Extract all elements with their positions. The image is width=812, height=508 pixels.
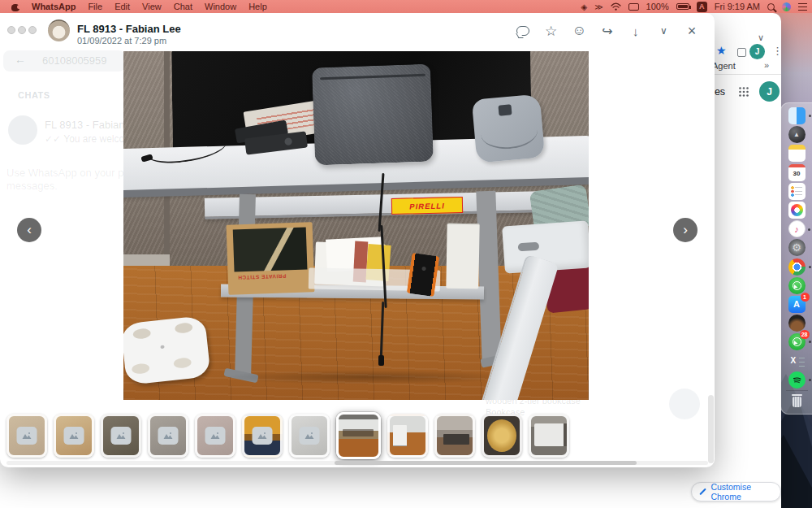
cardboard-box: PRIVATE STITCH [227, 222, 315, 295]
thumbnail-placeholder[interactable] [54, 414, 94, 458]
spotify-waves-icon [792, 375, 802, 385]
dock-trash-icon[interactable] [788, 393, 806, 410]
forward-icon[interactable]: ↪ [599, 24, 615, 39]
google-account-avatar[interactable]: J [759, 81, 780, 102]
box-brand-text: PRIVATE STITCH [238, 273, 287, 280]
thumbnail-scrollbar-thumb[interactable] [335, 461, 637, 465]
dock-excel-icon[interactable]: X [788, 352, 806, 369]
emoji-icon[interactable]: ☺ [571, 23, 587, 39]
white-carton [446, 224, 479, 289]
dock-chrome-icon[interactable] [788, 258, 806, 276]
background-chat-name: FL 8913 - Fabian L [45, 119, 133, 131]
thumbnail-strip [6, 411, 569, 460]
thumbnail-placeholder[interactable] [148, 414, 188, 458]
siri-icon[interactable] [782, 2, 791, 11]
menu-chat[interactable]: Chat [174, 2, 192, 11]
thumbnail-photo-desk-drawers[interactable] [387, 414, 428, 458]
bookmark-star-icon[interactable]: ★ [716, 44, 727, 57]
dock-whatsapp-chats-icon[interactable]: 28 [788, 333, 806, 350]
browser-menu-icon[interactable]: ⋮ [772, 45, 783, 57]
dock-finder-icon[interactable] [788, 107, 806, 124]
dock-spotify-icon[interactable] [788, 371, 806, 389]
wifi-icon[interactable] [611, 2, 621, 11]
dock-photos-icon[interactable] [788, 202, 806, 219]
thumbnail-photo-desk-shelf-selected[interactable] [336, 412, 381, 459]
thumbnail-photo-dining-area[interactable] [434, 414, 475, 458]
scale-pad [132, 328, 151, 340]
dropbox-icon[interactable]: ◈ [581, 2, 587, 11]
scale-center-dot [160, 345, 164, 350]
window-close-button[interactable] [7, 26, 15, 34]
spotlight-search-icon[interactable] [767, 3, 775, 11]
dock-calendar-icon[interactable]: 30 [788, 164, 806, 181]
menubar-app-name[interactable]: WhatsApp [32, 2, 76, 11]
google-apps-grid-icon[interactable] [738, 86, 749, 98]
menu-file[interactable]: File [88, 2, 102, 11]
floor-shadow [221, 370, 513, 384]
menubar-clock[interactable]: Fri 9:19 AM [715, 2, 760, 11]
menu-view[interactable]: View [142, 2, 162, 11]
dock-notes-icon[interactable] [788, 145, 806, 162]
menubar: WhatsApp File Edit View Chat Window Help… [0, 0, 812, 13]
chair-handle-slot [518, 242, 540, 252]
body-scale [123, 315, 211, 385]
rocket-icon: ▲ [793, 131, 800, 138]
bookmark-item-agent[interactable]: Agent [712, 61, 736, 71]
window-zoom-button[interactable] [28, 26, 37, 34]
calendar-day-label: 30 [793, 170, 801, 177]
chevron-down-icon[interactable]: ∨ [655, 25, 672, 37]
photos-flower-icon [791, 204, 803, 216]
screen-mirroring-icon[interactable] [628, 3, 639, 11]
dock-appstore-icon[interactable]: A1 [788, 296, 806, 313]
dock-music-icon[interactable]: ♪ [788, 220, 806, 237]
close-icon[interactable]: × [684, 23, 700, 40]
dock-system-settings-icon[interactable]: ⚙ [788, 239, 806, 256]
thumbnail-placeholder[interactable] [6, 414, 47, 458]
previous-photo-button[interactable]: ‹ [17, 218, 41, 242]
menu-edit[interactable]: Edit [114, 2, 130, 11]
whatsapp-bubble-icon [793, 281, 801, 290]
sender-avatar[interactable] [48, 20, 70, 41]
dock-reminders-icon[interactable] [788, 183, 806, 200]
tab-group-icon[interactable] [737, 48, 746, 57]
background-chats-label: CHATS [18, 90, 50, 100]
desktop: ∨ ★ J ⋮ Agent » ages J Customise Chrome … [0, 0, 812, 508]
thumbnail-placeholder[interactable] [195, 414, 235, 458]
viewer-sender-name: FL 8913 - Fabian Lee [77, 23, 181, 35]
star-icon[interactable]: ☆ [543, 23, 559, 40]
apple-menu-icon[interactable] [11, 2, 19, 11]
background-search-value: 60108005959 [42, 54, 107, 67]
thumbnail-placeholder[interactable] [289, 414, 330, 458]
viewer-timestamp: 01/09/2022 at 7:29 pm [77, 36, 166, 46]
next-photo-button[interactable]: › [673, 218, 698, 242]
input-source-icon[interactable]: A [697, 2, 707, 12]
bookmarks-overflow-icon[interactable]: » [764, 60, 769, 70]
back-arrow-icon: ← [15, 53, 26, 66]
thumbnail-photo-truck[interactable] [529, 414, 569, 458]
chevron-down-icon[interactable]: ∨ [758, 33, 764, 43]
notification-badge: 28 [800, 330, 810, 339]
menu-window[interactable]: Window [205, 2, 236, 11]
image-placeholder-icon [158, 427, 179, 445]
window-minimize-button[interactable] [18, 26, 26, 34]
menu-help[interactable]: Help [248, 2, 267, 11]
thumbnail-photo-rattan-decor[interactable] [482, 414, 522, 458]
dock-launchpad-icon[interactable]: ▲ [788, 126, 806, 143]
case-logo-patch [498, 104, 512, 115]
dock-whatsapp-icon[interactable] [788, 277, 806, 294]
thumbnail-placeholder[interactable] [101, 414, 141, 458]
photo-viewer-image[interactable]: PIRELLI PRIVATE STITCH [123, 51, 589, 400]
control-center-icon[interactable] [798, 3, 807, 11]
baseboard [123, 254, 170, 266]
pirelli-sticker-text: PIRELLI [409, 201, 445, 211]
profile-avatar[interactable]: J [749, 44, 765, 59]
thumbnail-placeholder[interactable] [242, 414, 283, 458]
customise-chrome-button[interactable]: Customise Chrome [691, 482, 781, 501]
battery-icon[interactable] [676, 3, 689, 10]
dock-media-app-icon[interactable] [788, 315, 806, 332]
comment-icon[interactable] [515, 24, 531, 38]
image-placeholder-icon [111, 427, 132, 445]
running-indicator [808, 228, 810, 231]
download-icon[interactable]: ↓ [628, 24, 644, 38]
expand-arrows-icon[interactable]: ≫ [594, 2, 603, 11]
